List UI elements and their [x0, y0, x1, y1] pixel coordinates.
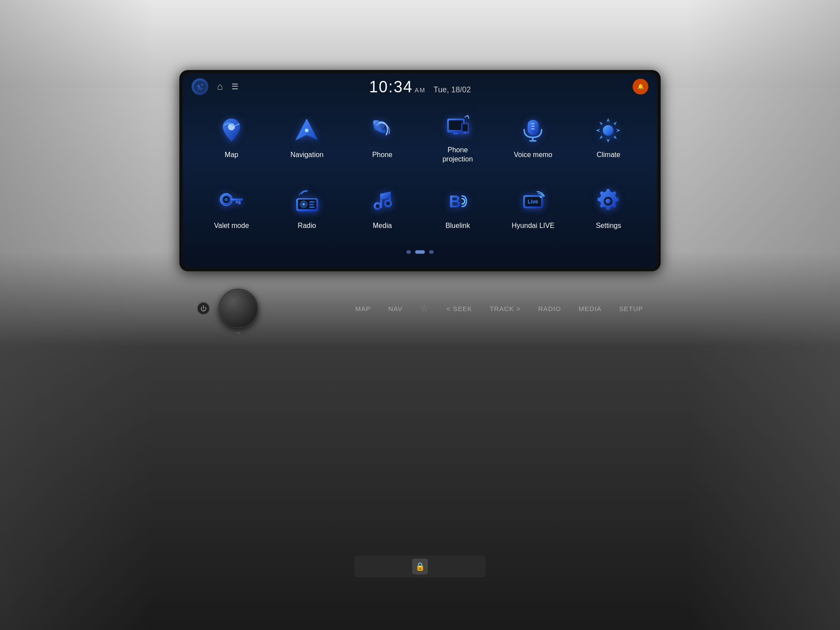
- app-label-navigation: Navigation: [290, 150, 324, 160]
- app-label-bluelink: Bluelink: [445, 221, 470, 231]
- avatar[interactable]: [192, 78, 208, 95]
- svg-point-42: [386, 202, 390, 205]
- app-item-climate[interactable]: Climate: [573, 104, 644, 171]
- left-panel: [0, 0, 153, 630]
- lock-icon[interactable]: 🔒: [412, 559, 428, 574]
- setup-button[interactable]: SETUP: [619, 305, 643, 312]
- hyundai-live-icon: Live: [518, 186, 548, 217]
- volume-knob[interactable]: [219, 289, 258, 328]
- page-dot-3[interactable]: [429, 250, 434, 254]
- svg-rect-14: [462, 124, 468, 131]
- svg-point-8: [305, 129, 308, 132]
- svg-rect-27: [238, 201, 241, 204]
- app-item-phone[interactable]: Phone: [347, 104, 418, 171]
- radio-icon: [291, 186, 322, 217]
- phone-icon: [367, 116, 398, 146]
- bluelink-icon: B: [442, 186, 473, 217]
- app-label-media: Media: [373, 221, 392, 231]
- right-panel: [687, 0, 840, 630]
- menu-icon[interactable]: ☰: [231, 82, 239, 91]
- top-bar: ⌂ ☰ 10:34AM Tue, 18/02 🔔: [183, 74, 657, 100]
- svg-rect-11: [449, 120, 463, 130]
- time-display: 10:34AM: [369, 78, 426, 96]
- svg-rect-36: [309, 206, 315, 208]
- nav-button[interactable]: NAV: [388, 305, 403, 312]
- controls-area: ⏻ MAP NAV ☆ < SEEK TRACK > RADIO MEDIA S…: [179, 280, 661, 337]
- svg-rect-28: [236, 201, 238, 203]
- app-label-voice-memo: Voice memo: [514, 150, 552, 160]
- svg-point-0: [194, 80, 206, 93]
- svg-rect-16: [528, 120, 539, 135]
- power-knob-area: ⏻: [197, 289, 258, 328]
- svg-rect-35: [309, 204, 314, 205]
- map-button[interactable]: MAP: [355, 305, 371, 312]
- control-buttons: MAP NAV ☆ < SEEK TRACK > RADIO MEDIA SET…: [355, 303, 643, 314]
- app-item-bluelink[interactable]: B Bluelink: [422, 175, 493, 242]
- svg-point-49: [606, 199, 611, 204]
- app-label-hyundai-live: Hyundai LIVE: [512, 221, 555, 231]
- app-label-map: Map: [225, 150, 238, 160]
- app-item-settings[interactable]: Settings: [573, 175, 644, 242]
- navigation-icon: [291, 116, 322, 146]
- svg-point-25: [224, 198, 228, 201]
- app-item-hyundai-live[interactable]: Live Hyundai LIVE: [497, 175, 568, 242]
- map-icon: [216, 116, 247, 146]
- favorites-button[interactable]: ☆: [420, 303, 429, 314]
- top-bar-left: ⌂ ☰: [192, 78, 239, 95]
- svg-text:Live: Live: [528, 199, 538, 205]
- avatar-inner: [192, 78, 208, 95]
- home-icon[interactable]: ⌂: [217, 81, 223, 92]
- app-item-navigation[interactable]: Navigation: [271, 104, 342, 171]
- svg-rect-21: [531, 128, 535, 130]
- phone-projection-icon: [442, 111, 473, 141]
- app-item-phone-projection[interactable]: Phone projection: [422, 104, 493, 171]
- car-panel: ⌂ ☰ 10:34AM Tue, 18/02 🔔: [0, 0, 840, 630]
- valet-mode-icon: [216, 186, 247, 217]
- app-item-map[interactable]: Map: [196, 104, 267, 171]
- media-icon: [367, 186, 398, 217]
- app-label-settings: Settings: [596, 221, 621, 231]
- screen-bezel: ⌂ ☰ 10:34AM Tue, 18/02 🔔: [179, 70, 661, 271]
- svg-point-47: [539, 196, 542, 198]
- track-button[interactable]: TRACK >: [490, 305, 521, 312]
- media-button[interactable]: MEDIA: [578, 305, 602, 312]
- app-label-phone-projection: Phone projection: [442, 146, 472, 164]
- voice-memo-icon: [518, 116, 548, 146]
- date-display: Tue, 18/02: [434, 85, 471, 94]
- svg-point-22: [603, 125, 613, 136]
- seek-button[interactable]: < SEEK: [446, 305, 472, 312]
- app-item-media[interactable]: Media: [347, 175, 418, 242]
- page-dot-2[interactable]: [415, 250, 425, 254]
- screen: ⌂ ☰ 10:34AM Tue, 18/02 🔔: [183, 74, 657, 268]
- app-item-radio[interactable]: Radio: [271, 175, 342, 242]
- app-label-climate: Climate: [597, 150, 620, 160]
- app-label-valet-mode: Valet mode: [214, 221, 249, 231]
- app-item-valet-mode[interactable]: Valet mode: [196, 175, 267, 242]
- svg-marker-7: [295, 119, 307, 140]
- time-value: 10:34: [369, 78, 413, 96]
- svg-text:🔔: 🔔: [637, 83, 644, 90]
- svg-rect-12: [453, 133, 458, 134]
- svg-rect-34: [309, 201, 315, 203]
- app-grid: Map: [183, 100, 657, 250]
- svg-point-41: [376, 204, 379, 208]
- app-label-radio: Radio: [298, 221, 316, 231]
- page-dot-1[interactable]: [406, 250, 411, 254]
- power-button[interactable]: ⏻: [197, 302, 210, 315]
- notification-icon[interactable]: 🔔: [633, 79, 648, 94]
- radio-button[interactable]: RADIO: [538, 305, 561, 312]
- top-bar-right: 🔔: [633, 79, 648, 94]
- svg-rect-39: [380, 200, 382, 208]
- svg-rect-20: [531, 126, 535, 127]
- top-bar-center: 10:34AM Tue, 18/02: [369, 78, 471, 96]
- app-item-voice-memo[interactable]: Voice memo: [497, 104, 568, 171]
- svg-rect-19: [531, 123, 535, 124]
- bottom-area: 🔒: [354, 556, 486, 578]
- settings-icon: [593, 186, 624, 217]
- app-label-phone: Phone: [372, 150, 392, 160]
- svg-rect-26: [231, 199, 243, 201]
- svg-point-1: [197, 85, 200, 88]
- page-dots: [183, 250, 657, 259]
- svg-text:B: B: [449, 192, 461, 211]
- svg-point-2: [201, 84, 203, 86]
